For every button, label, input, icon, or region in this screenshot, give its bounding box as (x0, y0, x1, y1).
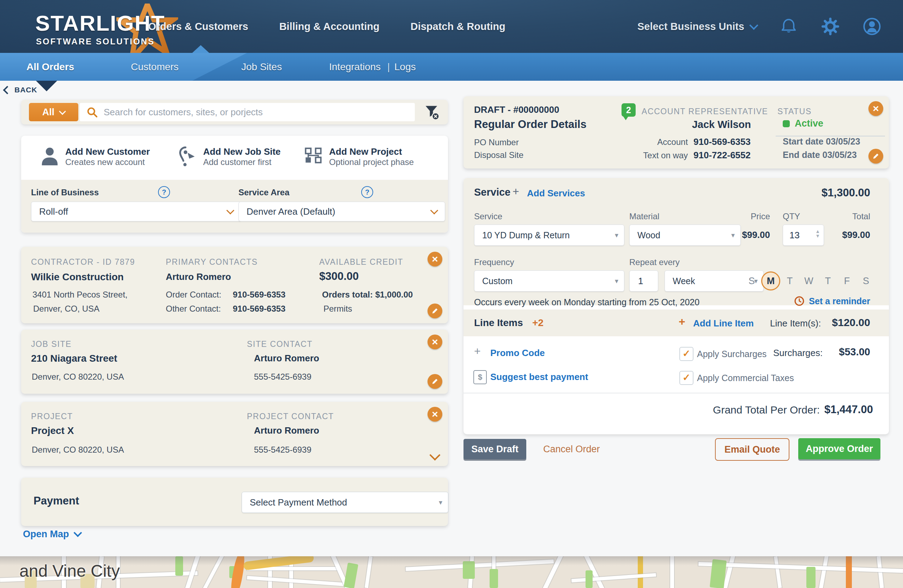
dropdown-arrow-icon: ▾ (439, 498, 442, 506)
po-number-label[interactable]: PO Number (474, 138, 519, 147)
collapse-project-chevron[interactable] (429, 450, 440, 460)
repeat-unit-value: Week (673, 276, 695, 286)
tab-all-orders[interactable]: All Orders (27, 53, 74, 81)
sub-nav: All Orders Customers Job Sites Integrati… (0, 53, 903, 81)
suggest-best-payment-link[interactable]: Suggest best payment (490, 372, 588, 383)
service-select[interactable]: 10 YD Dump & Return ▾ (474, 224, 625, 246)
top-nav: STARLIGHT SOFTWARE SOLUTIONS Orders & Cu… (0, 0, 903, 53)
day-friday[interactable]: F (837, 270, 856, 292)
map-preview[interactable]: and Vine City (0, 556, 903, 588)
repeat-count-input[interactable]: 1 (629, 270, 658, 292)
remove-project-button[interactable]: × (428, 407, 442, 422)
open-map-link[interactable]: Open Map (23, 529, 81, 540)
remove-job-site-button[interactable]: × (428, 334, 442, 349)
plus-icon: + (679, 315, 685, 328)
status-badge: Active (783, 118, 823, 129)
line-items-header: Line Items +2 + Add Line Item Line Item(… (464, 309, 889, 336)
save-draft-button[interactable]: Save Draft (464, 439, 526, 459)
help-icon[interactable]: ? (158, 186, 170, 198)
material-select[interactable]: Wood ▾ (629, 224, 741, 246)
search-filter-label: All (42, 107, 55, 118)
total-col-label: Total (830, 212, 870, 221)
edit-order-button[interactable] (868, 149, 883, 163)
close-order-button[interactable]: × (868, 101, 883, 116)
rep-message-badge[interactable]: 2 (621, 103, 636, 117)
qty-value[interactable]: 13 (790, 230, 800, 241)
nav-dispatch-routing[interactable]: Dispatch & Routing (411, 21, 505, 33)
back-label: BACK (14, 86, 38, 94)
status-dot-icon (783, 120, 790, 127)
approve-order-button[interactable]: Approve Order (798, 438, 880, 459)
clock-icon (794, 296, 805, 306)
add-line-item-link[interactable]: Add Line Item (693, 318, 754, 329)
project-contact-phone[interactable]: 555-5425-6939 (254, 445, 311, 455)
day-wednesday[interactable]: W (799, 270, 818, 292)
tab-logs[interactable]: Logs (394, 53, 416, 81)
text-on-way-phone[interactable]: 910-722-6552 (694, 150, 750, 161)
set-reminder-button[interactable]: Set a reminder (794, 296, 870, 306)
nav-billing-accounting[interactable]: Billing & Accounting (279, 21, 379, 33)
repeat-count-value[interactable]: 1 (638, 276, 643, 287)
promo-code-link[interactable]: Promo Code (490, 348, 545, 359)
apply-taxes-label: Apply Commercial Taxes (697, 373, 794, 383)
chevron-down-icon (227, 207, 234, 215)
project-address: Denver, CO 80220, USA (32, 445, 124, 455)
search-input[interactable] (103, 107, 409, 118)
payment-method-select[interactable]: Select Payment Method ▾ (242, 492, 448, 513)
project-name: Project X (31, 425, 74, 436)
apply-surcharges-checkbox[interactable]: ✓ (680, 347, 694, 361)
check-icon: ✓ (683, 348, 691, 359)
email-quote-button[interactable]: Email Quote (715, 438, 790, 461)
start-date[interactable]: Start date 03/05/23 (783, 136, 861, 147)
surcharges-value: $53.00 (824, 346, 870, 358)
filter-remove-icon[interactable] (423, 103, 440, 121)
account-button[interactable] (862, 17, 882, 36)
edit-contractor-button[interactable] (428, 304, 442, 318)
job-site-header: JOB SITE (31, 339, 72, 349)
line-items-total-label: Line Item(s): (770, 318, 821, 329)
back-link[interactable]: BACK (4, 86, 38, 94)
day-monday-selected[interactable]: M (761, 271, 780, 290)
site-contact-phone[interactable]: 555-5425-6939 (254, 372, 311, 382)
cancel-order-button[interactable]: Cancel Order (543, 439, 600, 459)
tab-integrations[interactable]: Integrations (329, 53, 381, 81)
account-phone[interactable]: 910-569-6353 (694, 136, 750, 147)
add-new-project-button[interactable]: Add New Project Optional project phase (304, 146, 414, 167)
permits-label[interactable]: Permits (324, 304, 352, 314)
settings-button[interactable] (820, 17, 840, 36)
tab-job-sites[interactable]: Job Sites (241, 53, 282, 81)
order-contact-phone[interactable]: 910-569-6353 (233, 290, 285, 299)
day-saturday[interactable]: S (856, 270, 875, 292)
service-area-select[interactable]: Denver Area (Default) (238, 202, 445, 221)
qty-col-label: QTY (783, 212, 800, 221)
remove-contractor-button[interactable]: × (428, 252, 442, 267)
apply-taxes-checkbox[interactable]: ✓ (680, 371, 694, 385)
other-contact-phone[interactable]: 910-569-6353 (233, 304, 285, 314)
business-units-select[interactable]: Select Business Units (637, 21, 757, 33)
help-icon[interactable]: ? (361, 186, 373, 198)
pencil-icon (872, 152, 880, 160)
end-date[interactable]: End date 03/05/23 (783, 150, 857, 160)
service-area-label: Service Area (238, 188, 289, 198)
disposal-site-label[interactable]: Disposal Site (474, 150, 524, 160)
edit-job-site-button[interactable] (428, 374, 442, 389)
day-thursday[interactable]: T (818, 270, 837, 292)
line-items-count[interactable]: +2 (532, 317, 544, 329)
dollar-icon: $ (474, 370, 487, 384)
add-new-customer-button[interactable]: Add New Customer Creates new account (41, 146, 150, 167)
tab-divider: | (387, 53, 390, 81)
project-contact-header: PROJECT CONTACT (247, 412, 334, 421)
search-filter-select[interactable]: All (29, 103, 78, 121)
project-contact-name: Arturo Romero (254, 425, 319, 436)
day-tuesday[interactable]: T (780, 270, 799, 292)
tab-customers[interactable]: Customers (131, 53, 178, 81)
add-services-link[interactable]: Add Services (527, 188, 585, 199)
nav-orders-customers[interactable]: Orders & Customers (148, 21, 248, 33)
qty-down-icon[interactable]: ▼ (815, 234, 820, 238)
day-sunday[interactable]: S (742, 270, 761, 292)
notifications-button[interactable] (779, 17, 799, 36)
line-of-business-select[interactable]: Roll-off (31, 202, 241, 221)
qty-stepper[interactable]: 13 ▲ ▼ (783, 224, 824, 246)
frequency-select[interactable]: Custom ▾ (474, 270, 625, 292)
add-new-job-site-button[interactable]: Add New Job Site Add customer first (178, 146, 281, 167)
